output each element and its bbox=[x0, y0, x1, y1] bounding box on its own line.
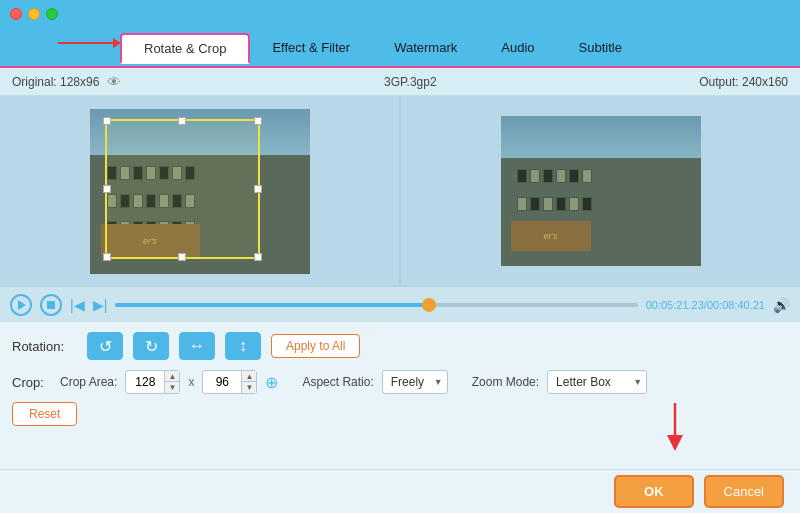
crop-height-input-wrap: ▲ ▼ bbox=[202, 370, 257, 394]
output-info: Output: 240x160 bbox=[699, 75, 788, 89]
crop-handle-ml[interactable] bbox=[103, 185, 111, 193]
aspect-ratio-select-wrap: Freely 16:9 4:3 1:1 9:16 ▼ bbox=[382, 370, 448, 394]
original-info: Original: 128x96 👁 bbox=[12, 74, 121, 90]
time-display: 00:05:21.23/00:08:40.21 bbox=[646, 299, 765, 311]
tab-watermark[interactable]: Watermark bbox=[372, 34, 479, 61]
crop-handle-bc[interactable] bbox=[178, 253, 186, 261]
tab-audio[interactable]: Audio bbox=[479, 34, 556, 61]
play-icon bbox=[18, 300, 26, 310]
tab-rotate-crop[interactable]: Rotate & Crop bbox=[120, 33, 250, 64]
crop-width-spinners: ▲ ▼ bbox=[164, 371, 179, 393]
svg-marker-1 bbox=[667, 435, 683, 451]
aspect-ratio-select[interactable]: Freely 16:9 4:3 1:1 9:16 bbox=[382, 370, 448, 394]
crop-handle-tr[interactable] bbox=[254, 117, 262, 125]
crop-handle-tc[interactable] bbox=[178, 117, 186, 125]
tab-effect-filter[interactable]: Effect & Filter bbox=[250, 34, 372, 61]
crop-height-down[interactable]: ▼ bbox=[242, 382, 256, 393]
crop-label: Crop: bbox=[12, 375, 52, 390]
arrow-indicator bbox=[58, 38, 121, 48]
rotation-row: Rotation: ↺ ↻ ↔ ↕ Apply to All bbox=[12, 332, 788, 360]
original-panel: er's bbox=[0, 96, 399, 286]
apply-to-all-button[interactable]: Apply to All bbox=[271, 334, 360, 358]
crop-area-label: Crop Area: bbox=[60, 375, 117, 389]
video-area: er's bbox=[0, 96, 800, 286]
crop-handle-br[interactable] bbox=[254, 253, 262, 261]
title-bar bbox=[0, 0, 800, 28]
stop-icon bbox=[47, 301, 55, 309]
zoom-mode-label: Zoom Mode: bbox=[472, 375, 539, 389]
rotate-right-button[interactable]: ↻ bbox=[133, 332, 169, 360]
crop-handle-tl[interactable] bbox=[103, 117, 111, 125]
aspect-ratio-label: Aspect Ratio: bbox=[302, 375, 373, 389]
volume-icon[interactable]: 🔊 bbox=[773, 297, 790, 313]
flip-vertical-button[interactable]: ↕ bbox=[225, 332, 261, 360]
down-arrow-indicator bbox=[660, 403, 690, 458]
crop-overlay[interactable] bbox=[105, 119, 260, 259]
crop-width-down[interactable]: ▼ bbox=[165, 382, 179, 393]
zoom-mode-select[interactable]: Letter Box Full Screen Pan & Scan bbox=[547, 370, 647, 394]
traffic-lights bbox=[10, 8, 58, 20]
crop-height-input[interactable] bbox=[203, 371, 241, 393]
cancel-button[interactable]: Cancel bbox=[704, 475, 784, 508]
reset-button[interactable]: Reset bbox=[12, 402, 77, 426]
zoom-mode-select-wrap: Letter Box Full Screen Pan & Scan ▼ bbox=[547, 370, 647, 394]
crop-width-input-wrap: ▲ ▼ bbox=[125, 370, 180, 394]
crop-width-up[interactable]: ▲ bbox=[165, 371, 179, 382]
info-bar: Original: 128x96 👁 3GP.3gp2 Output: 240x… bbox=[0, 68, 800, 96]
dimension-separator: x bbox=[188, 375, 194, 389]
crop-handle-bl[interactable] bbox=[103, 253, 111, 261]
ok-button[interactable]: OK bbox=[614, 475, 694, 508]
eye-icon[interactable]: 👁 bbox=[107, 74, 121, 90]
output-panel: er's bbox=[401, 96, 800, 286]
crop-handle-mr[interactable] bbox=[254, 185, 262, 193]
scrubber-thumb[interactable] bbox=[422, 298, 436, 312]
close-button[interactable] bbox=[10, 8, 22, 20]
output-video: er's bbox=[501, 116, 701, 266]
original-video: er's bbox=[90, 109, 310, 274]
stop-button[interactable] bbox=[40, 294, 62, 316]
rotation-label: Rotation: bbox=[12, 339, 77, 354]
play-button[interactable] bbox=[10, 294, 32, 316]
prev-frame-button[interactable]: |◀ bbox=[70, 297, 85, 313]
crop-width-input[interactable] bbox=[126, 371, 164, 393]
crop-height-spinners: ▲ ▼ bbox=[241, 371, 256, 393]
rotate-left-button[interactable]: ↺ bbox=[87, 332, 123, 360]
crop-row: Crop: Crop Area: ▲ ▼ x ▲ ▼ ⊕ Aspect Rati… bbox=[12, 370, 788, 394]
scrubber-fill bbox=[115, 303, 428, 307]
scrubber-track[interactable] bbox=[115, 303, 637, 307]
crop-center-icon[interactable]: ⊕ bbox=[265, 373, 278, 392]
minimize-button[interactable] bbox=[28, 8, 40, 20]
timeline-bar: |◀ ▶| 00:05:21.23/00:08:40.21 🔊 bbox=[0, 286, 800, 322]
crop-height-up[interactable]: ▲ bbox=[242, 371, 256, 382]
flip-horizontal-button[interactable]: ↔ bbox=[179, 332, 215, 360]
next-frame-button[interactable]: ▶| bbox=[93, 297, 108, 313]
maximize-button[interactable] bbox=[46, 8, 58, 20]
filename-display: 3GP.3gp2 bbox=[384, 75, 437, 89]
tab-bar: Rotate & Crop Effect & Filter Watermark … bbox=[0, 28, 800, 68]
output-video-background: er's bbox=[501, 116, 701, 266]
tab-subtitle[interactable]: Subtitle bbox=[557, 34, 644, 61]
action-bar: OK Cancel bbox=[0, 469, 800, 513]
down-arrow-svg bbox=[660, 403, 690, 453]
